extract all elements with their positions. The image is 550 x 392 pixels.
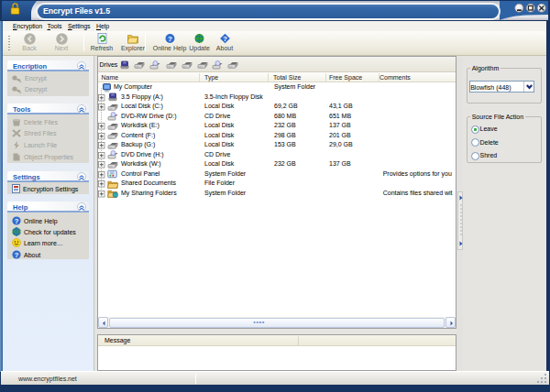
svg-text:Encrypt Files v1.5: Encrypt Files v1.5: [43, 6, 110, 16]
svg-text:?: ?: [15, 216, 19, 224]
svg-text:?: ?: [223, 35, 227, 43]
svg-text:?: ?: [168, 35, 172, 43]
svg-text:?: ?: [15, 250, 19, 258]
